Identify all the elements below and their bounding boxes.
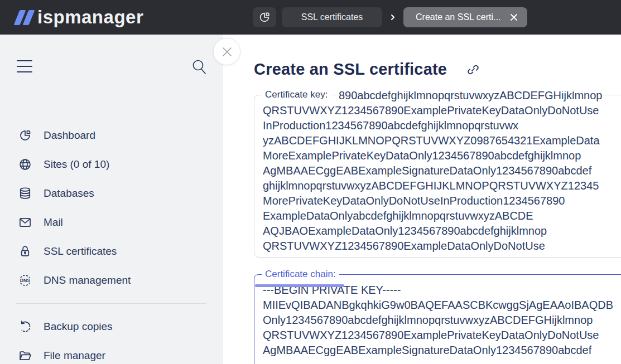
dashboard-tab-button[interactable] [253,7,276,27]
sidebar-item-label: Databases [44,187,94,200]
sidebar-item-file-manager[interactable]: File manager [0,341,206,364]
certificate-key-label: Certificate key: [262,89,331,100]
textarea-line: QRSTUVWXYZ1234567890ExamplePrivateKeyDat… [263,328,621,343]
textarea-line: ExampleDataOnlyabcdefghijklmnopqrstuvwxy… [263,208,621,224]
tab-label: SSL certificates [301,12,363,22]
sidebar-item-mail[interactable]: Mail [0,208,206,237]
tab-ssl-certificates[interactable]: SSL certificates [282,7,382,27]
sidebar-item-label: File manager [44,350,105,362]
pie-chart-icon [18,128,32,143]
textarea-line: MorePrivateKeyDataOnlyDoNotUseInProducti… [263,193,621,208]
logo-text: ispmanager [37,7,143,28]
certificate-chain-textarea[interactable]: ---BEGIN PRIVATE KEY----- MIIEvQIBADANBg… [255,275,621,364]
focused-label-underline [255,284,344,287]
svg-text:DNS: DNS [20,278,31,283]
restore-icon [18,319,32,334]
sidebar-menu: Dashboard Sites (0 of 10) [0,121,206,364]
certificate-chain-field[interactable]: Certificate chain: ---BEGIN PRIVATE KEY-… [254,274,621,364]
dns-icon: DNS [18,273,32,288]
sidebar-item-label: Backup copies [44,321,113,333]
app-window: ispmanager SSL certificates C [0,0,621,364]
tab-label: Create an SSL certi... [416,12,500,22]
pie-chart-icon [258,11,271,24]
page-title-row: Create an SSL certificate [254,60,480,79]
textarea-line: InProduction1234567890abcdefghijklmnopqr… [263,118,621,133]
sidebar-item-label: DNS management [44,274,131,287]
certificate-key-field[interactable]: Certificate key: 890abcdefghijklmnopqrst… [254,95,621,258]
breadcrumb: SSL certificates Create an SSL certi... [253,7,527,27]
close-panel-button[interactable] [213,38,240,65]
globe-icon [18,157,32,172]
sidebar-item-dashboard[interactable]: Dashboard [0,121,206,150]
sidebar-item-sites[interactable]: Sites (0 of 10) [0,150,206,179]
textarea-line: QRSTUVWXYZ1234567890ExampleDataOnlyDoNot… [263,239,621,254]
top-header-bar: ispmanager SSL certificates C [0,0,621,35]
textarea-line: MIIEvQIBADANBgkqhkiG9w0BAQEFAASCBKcwggSj… [263,298,621,313]
sidebar: Dashboard Sites (0 of 10) [0,35,223,364]
textarea-line: MoreExamplePrivateKeyDataOnly1234567890a… [263,148,621,163]
folder-icon [18,348,32,363]
textarea-line: yzABCDEFGHIJKLMNOPQRSTUVWXYZ0987654321Ex… [263,133,621,148]
sidebar-item-label: Mail [44,216,63,229]
ispmanager-logo[interactable]: ispmanager [17,0,143,35]
sidebar-item-label: SSL certificates [44,245,117,258]
sidebar-item-dns-management[interactable]: DNS DNS management [0,266,206,295]
tab-create-ssl-certificate[interactable]: Create an SSL certi... [403,7,527,27]
certificate-chain-label: Certificate chain: [262,269,339,280]
sidebar-toolbar [0,58,206,76]
sidebar-item-ssl-certificates[interactable]: SSL certificates [0,237,206,266]
textarea-line: AgMBAAECggEABExampleSignatureDataOnly123… [263,163,621,178]
sidebar-item-label: Sites (0 of 10) [44,158,109,171]
sidebar-item-backup-copies[interactable]: Backup copies [0,312,206,341]
link-icon[interactable] [466,62,480,77]
textarea-line: ghijklmnopqrstuvwxyzABCDEFGHIJKLMNOPQRST… [263,178,621,193]
certificate-key-textarea[interactable]: 890abcdefghijklmnopqrstuvwxyzABCDEFGHijk… [255,91,621,256]
logo-slashes-icon [17,10,32,25]
textarea-line: AQJBAOExampleDataOnly1234567890abcdefghi… [263,224,621,239]
textarea-line: QRSTUVWXYZ1234567890ExamplePrivateKeyDat… [263,103,621,118]
close-tab-icon[interactable] [509,13,518,22]
hamburger-menu-icon[interactable] [17,59,32,74]
database-icon [18,186,32,201]
search-icon[interactable] [191,58,208,76]
textarea-line: Only1234567890abcdefghijklmnopqrstuvwxyz… [263,313,621,328]
lock-icon [18,244,32,259]
mail-icon [18,215,32,230]
page-title: Create an SSL certificate [254,60,447,79]
sidebar-item-label: Dashboard [44,129,95,142]
chevron-right-icon [389,13,397,21]
sidebar-item-databases[interactable]: Databases [0,179,206,208]
textarea-line: AgMBAAECggEABExampleSignatureDataOnly123… [263,343,621,358]
